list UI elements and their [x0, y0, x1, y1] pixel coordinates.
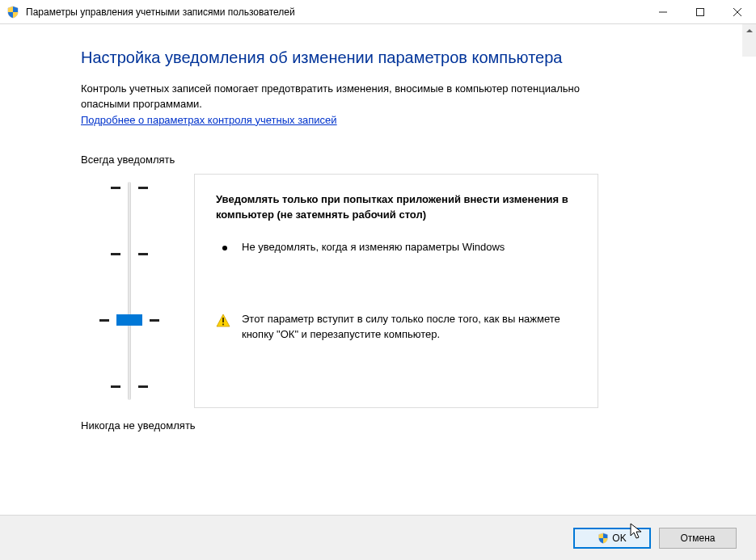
warning-icon [216, 314, 230, 328]
setting-bullet-text: Не уведомлять, когда я изменяю параметры… [242, 240, 505, 255]
footer-bar: OK Отмена [0, 515, 756, 560]
slider-tick [111, 385, 148, 387]
bullet-icon [222, 246, 227, 251]
slider-tick [111, 253, 148, 255]
minimize-button[interactable] [644, 0, 682, 23]
slider-label-top: Всегда уведомлять [81, 154, 756, 166]
cancel-button-label: Отмена [680, 533, 715, 544]
slider-tick [150, 319, 159, 322]
svg-rect-4 [222, 318, 224, 322]
maximize-button[interactable] [682, 0, 719, 23]
slider-tick [111, 187, 148, 188]
page-description: Контроль учетных записей помогает предот… [81, 82, 598, 112]
ok-button[interactable]: OK [573, 528, 651, 549]
warning-text: Этот параметр вступит в силу только посл… [242, 312, 577, 343]
setting-title: Уведомлять только при попытках приложени… [216, 192, 577, 223]
slider-tick [99, 319, 109, 322]
uac-slider[interactable] [81, 174, 178, 408]
svg-rect-5 [222, 324, 224, 326]
slider-track [128, 182, 131, 400]
title-bar: Параметры управления учетными записями п… [0, 0, 756, 24]
window-title: Параметры управления учетными записями п… [26, 6, 295, 18]
cancel-button[interactable]: Отмена [659, 528, 737, 549]
setting-bullet-row: Не уведомлять, когда я изменяю параметры… [216, 240, 577, 255]
slider-area: Уведомлять только при попытках приложени… [81, 174, 756, 408]
warning-row: Этот параметр вступит в силу только посл… [216, 312, 577, 343]
close-button[interactable] [719, 0, 756, 23]
shield-icon [598, 533, 609, 544]
page-heading: Настройка уведомления об изменении парам… [81, 48, 756, 67]
svg-rect-1 [697, 8, 704, 15]
setting-panel: Уведомлять только при попытках приложени… [194, 174, 598, 408]
window-controls [644, 0, 756, 23]
ok-button-label: OK [612, 533, 626, 544]
slider-label-bottom: Никогда не уведомлять [81, 419, 756, 432]
learn-more-link[interactable]: Подробнее о параметрах контроля учетных … [81, 114, 337, 126]
shield-icon [6, 6, 19, 19]
slider-thumb[interactable] [116, 314, 142, 326]
content-area: Настройка уведомления об изменении парам… [0, 24, 756, 515]
